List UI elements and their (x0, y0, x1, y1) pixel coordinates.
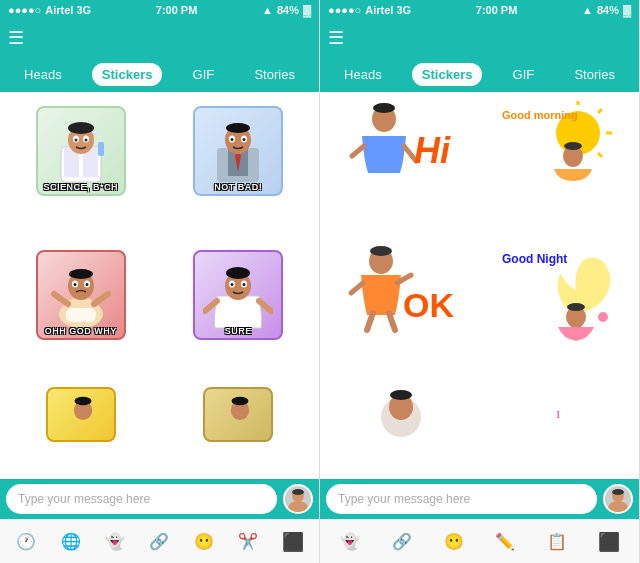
message-input-right[interactable]: Type your message here (326, 484, 597, 514)
svg-point-44 (292, 489, 304, 495)
sticker-cell-ok[interactable]: OK (324, 240, 478, 350)
svg-point-19 (243, 138, 246, 141)
svg-point-45 (288, 501, 308, 512)
svg-line-48 (352, 146, 364, 156)
svg-text:Good Night: Good Night (502, 252, 567, 266)
svg-point-68 (567, 303, 585, 311)
pen-icon[interactable]: ✏️ (491, 528, 519, 556)
keyboard-icon-right[interactable]: ⬛ (595, 528, 623, 556)
right-panel: ●●●●○ Airtel 3G 7:00 PM ▲ 84% ▓ ☰ Heads … (320, 0, 640, 563)
nav-bar-right: ☰ (320, 20, 639, 56)
svg-point-40 (74, 397, 91, 405)
svg-line-24 (94, 294, 108, 304)
tab-gif-right[interactable]: GIF (503, 63, 545, 86)
svg-point-73 (390, 390, 412, 400)
tab-stickers-left[interactable]: Stickers (92, 63, 163, 86)
tab-stickers-right[interactable]: Stickers (412, 63, 483, 86)
tab-stories-right[interactable]: Stories (564, 63, 624, 86)
sticker-grid-right: Hi (320, 92, 639, 479)
chain-icon-right[interactable]: 🔗 (388, 528, 416, 556)
left-panel: ●●●●○ Airtel 3G 7:00 PM ▲ 84% ▓ ☰ Heads … (0, 0, 320, 563)
svg-point-58 (564, 142, 582, 150)
sticker-cell-sure[interactable]: SURE (162, 240, 316, 350)
svg-point-34 (226, 267, 250, 279)
svg-point-38 (243, 283, 246, 286)
chain-icon[interactable]: 🔗 (145, 528, 173, 556)
goodmorning-sticker-container: Good morning (482, 96, 636, 206)
message-bar-right: Type your message here (320, 479, 639, 519)
tab-heads-left[interactable]: Heads (14, 63, 72, 86)
tab-gif-left[interactable]: GIF (183, 63, 225, 86)
sticker-notbad-label: NOT BAD! (195, 182, 281, 192)
sticker-grid-left: SCIENCE, B*CH (0, 92, 319, 479)
status-left: ●●●●○ Airtel 3G (8, 4, 91, 16)
time-right: 7:00 PM (476, 4, 518, 16)
svg-point-15 (226, 123, 250, 133)
avatar-left[interactable] (283, 484, 313, 514)
time: 7:00 PM (156, 4, 198, 16)
svg-point-69 (598, 312, 608, 322)
tab-heads-right[interactable]: Heads (334, 63, 392, 86)
svg-rect-22 (66, 308, 96, 322)
hamburger-icon-right[interactable]: ☰ (328, 27, 344, 49)
svg-rect-9 (98, 142, 104, 156)
svg-point-75 (612, 489, 624, 495)
battery-icon-right: ▓ (623, 4, 631, 16)
message-bar-left: Type your message here (0, 479, 319, 519)
clock-icon[interactable]: 🕐 (12, 528, 40, 556)
battery-right: 84% (597, 4, 619, 16)
sticker-cell-ohhgod[interactable]: OHH GOD WHY (4, 240, 158, 350)
nav-bar-left: ☰ (0, 20, 319, 56)
sticker-cell-partial3[interactable] (324, 385, 478, 445)
gps-icon-right: ▲ (582, 4, 593, 16)
sticker-cell-hi[interactable]: Hi (324, 96, 478, 206)
face-icon-right[interactable]: 😶 (440, 528, 468, 556)
ghost-icon-right[interactable]: 👻 (336, 528, 364, 556)
carrier: Airtel 3G (45, 4, 91, 16)
svg-point-42 (232, 397, 249, 405)
svg-point-76 (608, 501, 628, 512)
svg-point-7 (74, 139, 77, 142)
scissors-icon[interactable]: ✂️ (234, 528, 262, 556)
svg-point-47 (373, 103, 395, 113)
ok-sticker-container: OK (324, 240, 478, 350)
status-bar-right: ●●●●○ Airtel 3G 7:00 PM ▲ 84% ▓ (320, 0, 639, 20)
svg-text:Good morning: Good morning (502, 109, 578, 121)
sticker-partial1 (46, 387, 116, 442)
avatar-right[interactable] (603, 484, 633, 514)
svg-point-26 (69, 269, 93, 279)
sticker-cell-goodnight[interactable]: Good Night (482, 240, 636, 350)
tab-stories-left[interactable]: Stories (244, 63, 304, 86)
status-right-right: ▲ 84% ▓ (582, 4, 631, 16)
sticker-cell-partial1[interactable] (4, 385, 158, 445)
sticker-partial4: I (556, 387, 560, 442)
sticker-sure: SURE (193, 250, 283, 340)
tabs-right: Heads Stickers GIF Stories (320, 56, 639, 92)
clipboard-icon[interactable]: 📋 (543, 528, 571, 556)
keyboard-icon[interactable]: ⬛ (279, 528, 307, 556)
svg-text:OK: OK (403, 286, 454, 324)
svg-point-18 (231, 138, 234, 141)
sticker-ohhgod: OHH GOD WHY (36, 250, 126, 340)
sticker-cell-notbad[interactable]: NOT BAD! (162, 96, 316, 206)
sticker-cell-partial4[interactable]: I (482, 385, 636, 445)
sticker-cell-partial2[interactable] (162, 385, 316, 445)
svg-point-29 (73, 283, 76, 286)
face-icon[interactable]: 😶 (190, 528, 218, 556)
svg-point-30 (85, 283, 88, 286)
sticker-ohhgod-label: OHH GOD WHY (38, 326, 124, 336)
globe-icon[interactable]: 🌐 (57, 528, 85, 556)
signal-dots-right: ●●●●○ (328, 4, 361, 16)
carrier-right: Airtel 3G (365, 4, 411, 16)
hamburger-icon[interactable]: ☰ (8, 27, 24, 49)
sticker-cell-science[interactable]: SCIENCE, B*CH (4, 96, 158, 206)
status-bar-left: ●●●●○ Airtel 3G 7:00 PM ▲ 84% ▓ (0, 0, 319, 20)
svg-line-64 (367, 313, 373, 330)
message-input-left[interactable]: Type your message here (6, 484, 277, 514)
signal-dots: ●●●●○ (8, 4, 41, 16)
bottom-icons-left: 🕐 🌐 👻 🔗 😶 ✂️ ⬛ (0, 519, 319, 563)
sticker-cell-goodmorning[interactable]: Good morning (482, 96, 636, 206)
ghost-icon[interactable]: 👻 (101, 528, 129, 556)
svg-line-65 (389, 313, 395, 330)
gps-icon: ▲ (262, 4, 273, 16)
